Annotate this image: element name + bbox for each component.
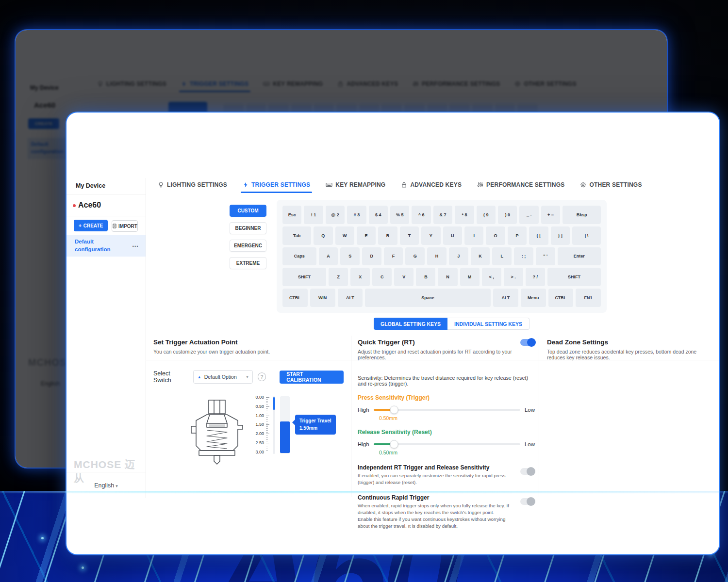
travel-scale-tick-label: 1.50 [255,422,264,427]
key-(9[interactable]: ( 9 [477,206,496,224]
key-)0[interactable]: ) 0 [498,206,517,224]
key-@2[interactable]: @ 2 [326,206,345,224]
key-shift[interactable]: SHIFT [547,268,601,286]
key-p[interactable]: P [508,226,527,245]
quick-trigger-toggle[interactable] [520,339,535,346]
switch-dropdown[interactable]: ▲ Default Option ▾ [193,370,253,384]
key-tab[interactable]: Tab [282,226,311,245]
key-d[interactable]: D [362,247,381,266]
key-*8[interactable]: * 8 [455,206,474,224]
key-space[interactable]: Space [365,289,491,307]
create-button[interactable]: +CREATE [74,220,108,231]
independent-rt-setting: Independent RT Trigger and Release Sensi… [358,464,535,485]
slider-handle[interactable] [390,440,398,449]
key-shift[interactable]: SHIFT [282,268,326,286]
key-v[interactable]: V [394,268,414,286]
key-k[interactable]: K [471,247,490,266]
key-y[interactable]: Y [421,226,440,245]
slider-handle[interactable] [390,406,398,414]
key-b[interactable]: B [416,268,435,286]
tab-performance-settings[interactable]: PERFORMANCE SETTINGS [477,181,564,193]
travel-scale-ticks [266,397,269,452]
key-enter[interactable]: Enter [558,247,601,266]
chevron-down-icon: ▾ [116,484,118,488]
preset-beginner[interactable]: BEGINNER [230,222,266,234]
key-#3[interactable]: # 3 [347,206,366,224]
preset-emergenc[interactable]: EMERGENC [230,240,266,252]
key-u[interactable]: U [443,226,462,245]
key-^6[interactable]: ^ 6 [412,206,430,224]
global-setting-keys-button[interactable]: GLOBAL SETTING KEYS [374,318,447,330]
more-options-icon[interactable]: ⋯ [132,242,139,250]
key-!1[interactable]: ! 1 [304,206,323,224]
key-o[interactable]: O [486,226,505,245]
config-name: Default configuration [66,238,121,253]
key-fn1[interactable]: FN1 [576,289,601,307]
key-s[interactable]: S [340,247,360,266]
key-alt[interactable]: ALT [338,289,363,307]
tab-key-remapping[interactable]: KEY REMAPPING [326,181,385,193]
key-r[interactable]: R [378,226,397,245]
key-w[interactable]: W [335,226,354,245]
continuous-rapid-trigger-toggle[interactable] [520,498,535,505]
key-x[interactable]: X [350,268,370,286]
start-calibration-button[interactable]: START CALIBRATION [280,371,344,384]
quick-trigger-title: Quick Trigger (RT) [358,339,415,346]
tab-label: LIGHTING SETTINGS [167,181,227,188]
preset-custom[interactable]: CUSTOM [230,205,266,217]
key-t[interactable]: T [400,226,419,245]
key-:;[interactable]: : ; [514,247,533,266]
key-&7[interactable]: & 7 [433,206,452,224]
key->.[interactable]: > . [504,268,523,286]
travel-scale-tick-label: 0.50 [255,404,264,409]
key-f[interactable]: F [384,247,403,266]
actuation-subtitle: You can customize your own trigger actua… [153,349,344,355]
continuous-rapid-trigger-setting: Continuous Rapid Trigger When enabled, r… [358,494,535,529]
key-e[interactable]: E [357,226,376,245]
key-i[interactable]: I [464,226,483,245]
help-icon[interactable]: ? [258,372,266,381]
tab-other-settings[interactable]: OTHER SETTINGS [580,181,642,193]
key-ctrl[interactable]: CTRL [548,289,574,307]
tab-trigger-settings[interactable]: TRIGGER SETTINGS [243,181,310,193]
individual-setting-keys-button[interactable]: INDIVIDUAL SETTING KEYS [447,318,529,330]
key-ctrl[interactable]: CTRL [282,289,308,307]
key-m[interactable]: M [460,268,480,286]
trigger-travel-track[interactable] [280,396,290,454]
key-esc[interactable]: Esc [282,206,301,224]
tab-lighting-settings[interactable]: LIGHTING SETTINGS [158,181,227,193]
config-item-default[interactable]: Default configuration ⋯ [66,235,146,257]
release-sensitivity-slider[interactable] [374,443,520,445]
key-win[interactable]: WIN [310,289,335,307]
key-c[interactable]: C [372,268,392,286]
import-button[interactable]: IMPORT [112,220,138,232]
key-{[[interactable]: { [ [529,226,548,245]
key-"'[interactable]: " ' [536,247,555,266]
key-a[interactable]: A [319,247,338,266]
key-|\[interactable]: | \ [572,226,601,245]
tab-advanced-keys[interactable]: ADVANCED KEYS [401,181,462,193]
key-_-[interactable]: _ - [519,206,538,224]
key-}][interactable]: } ] [551,226,570,245]
key-n[interactable]: N [438,268,457,286]
trigger-travel-fill[interactable] [280,421,290,453]
key-?/[interactable]: ? / [526,268,545,286]
independent-rt-toggle[interactable] [520,468,535,475]
key-q[interactable]: Q [314,226,332,245]
key-g[interactable]: G [405,247,425,266]
key-bksp[interactable]: Bksp [563,206,601,224]
key-j[interactable]: J [449,247,468,266]
key-alt[interactable]: ALT [493,289,518,307]
key-+=[interactable]: + = [541,206,560,224]
key-<,[interactable]: < , [482,268,501,286]
preset-extreme[interactable]: EXTREME [230,257,266,269]
press-sensitivity-slider[interactable] [374,409,520,411]
key-l[interactable]: L [492,247,512,266]
key-%5[interactable]: % 5 [390,206,409,224]
key-menu[interactable]: Menu [521,289,546,307]
key-z[interactable]: Z [329,268,348,286]
key-caps[interactable]: Caps [282,247,316,266]
key-$4[interactable]: $ 4 [369,206,388,224]
language-selector[interactable]: English▾ [66,482,146,489]
key-h[interactable]: H [427,247,447,266]
